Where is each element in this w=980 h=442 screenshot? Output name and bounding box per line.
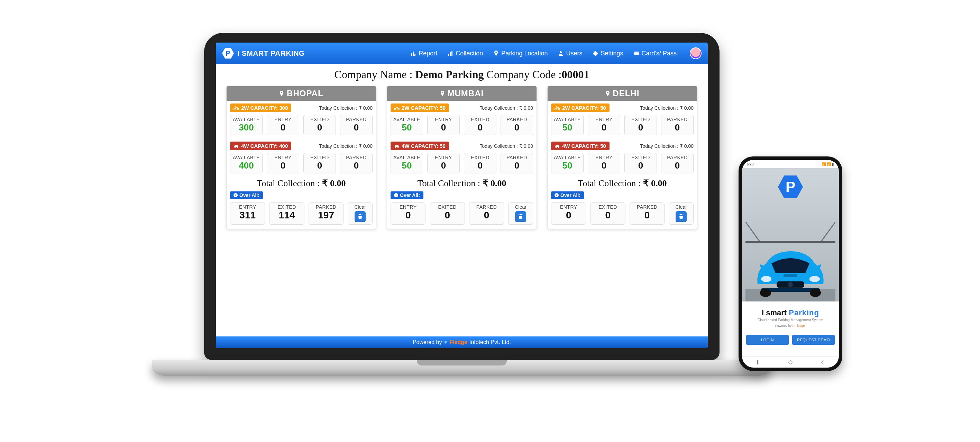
svg-point-24 xyxy=(558,147,559,147)
trash-icon xyxy=(518,214,523,219)
nav-settings-label: Settings xyxy=(601,50,623,57)
nav-settings[interactable]: Settings xyxy=(589,48,627,59)
overall-clear: Clear xyxy=(348,203,372,225)
nav-users[interactable]: Users xyxy=(555,48,585,59)
phone-login-button[interactable]: LOGIN xyxy=(746,335,789,345)
svg-rect-0 xyxy=(411,53,412,56)
brand[interactable]: P I SMART PARKING xyxy=(222,48,305,59)
stat-label: ENTRY xyxy=(391,204,425,210)
company-name-value: Demo Parking xyxy=(415,68,484,81)
stat-available: AVAILABLE50 xyxy=(551,115,584,135)
stat-value: 0 xyxy=(588,122,620,133)
phone-app-title: I smart Parking xyxy=(742,302,839,318)
phone-app-subtitle: Cloud based Parking Management System xyxy=(742,318,839,324)
clear-button[interactable] xyxy=(355,211,366,222)
stat-value: 114 xyxy=(269,210,304,221)
overall-badge: iOver All: xyxy=(551,191,584,199)
nav-collection[interactable]: Collection xyxy=(444,48,486,59)
laptop-lid: P I SMART PARKING Report Collection xyxy=(204,33,719,360)
phone-nav-recent-icon[interactable] xyxy=(756,360,761,365)
stat-parked: PARKED0 xyxy=(661,153,694,173)
clear-button[interactable] xyxy=(676,211,687,222)
overall-row: ENTRY311 EXITED114 PARKED197 Clear xyxy=(227,199,376,229)
phone-system-navbar xyxy=(742,356,839,368)
stat-label: PARKED xyxy=(340,155,372,160)
user-avatar[interactable] xyxy=(690,48,702,59)
car-icon xyxy=(234,144,239,148)
stat-label: PARKED xyxy=(630,204,664,210)
bar-chart-icon xyxy=(448,51,453,56)
nav-parking-location[interactable]: Parking Location xyxy=(490,48,551,59)
overall-row: ENTRY0 EXITED0 PARKED0 Clear xyxy=(547,199,697,229)
overall-exited: EXITED0 xyxy=(590,203,625,225)
overall-clear: Clear xyxy=(669,203,694,225)
svg-rect-1 xyxy=(413,51,414,56)
trash-icon xyxy=(357,214,363,219)
capacity-2w-badge: 2W CAPACITY: 50 xyxy=(391,104,449,112)
svg-point-6 xyxy=(560,51,562,53)
clear-label: Clear xyxy=(354,204,366,210)
spark-icon: ✸ xyxy=(444,340,447,345)
stat-label: PARKED xyxy=(340,116,372,122)
car-icon xyxy=(555,144,560,148)
stat-label: AVAILABLE xyxy=(231,155,262,160)
stat-label: ENTRY xyxy=(267,116,299,122)
svg-point-37 xyxy=(760,289,771,297)
stat-value: 300 xyxy=(231,122,262,133)
phone-hero: P xyxy=(742,168,839,302)
stat-label: PARKED xyxy=(501,116,533,122)
stat-available: AVAILABLE50 xyxy=(391,115,423,135)
overall-parked: PARKED0 xyxy=(469,203,504,225)
stat-available: AVAILABLE50 xyxy=(391,153,423,173)
phone-nav-back-icon[interactable] xyxy=(820,360,825,365)
capacity-4w-badge: 4W CAPACITY: 400 xyxy=(230,142,291,150)
stat-value: 0 xyxy=(267,160,299,171)
clear-label: Clear xyxy=(675,204,687,210)
stat-row: AVAILABLE50 ENTRY0 EXITED0 PARKED0 xyxy=(387,113,536,139)
stat-exited: EXITED0 xyxy=(303,153,336,173)
today-collection-4w: Today Collection : ₹ 0.00 xyxy=(319,143,372,149)
footer-brand: Fledge xyxy=(449,339,467,345)
nav-cards-pass[interactable]: Card's/ Pass xyxy=(630,48,680,59)
stat-value: 0 xyxy=(630,210,664,221)
footer-powered-by: Powered by xyxy=(413,339,442,345)
stat-value: 0 xyxy=(501,160,533,171)
brand-logo-icon: P xyxy=(222,48,234,59)
stat-label: EXITED xyxy=(464,116,496,122)
overall-badge: iOver All: xyxy=(391,191,423,199)
total-collection: Total Collection : ₹ 0.00 xyxy=(547,177,697,191)
stat-entry: ENTRY0 xyxy=(427,115,460,135)
capacity-row-2w: 2W CAPACITY: 50 Today Collection : ₹ 0.0… xyxy=(387,101,536,113)
stat-value: 50 xyxy=(551,122,583,133)
stat-available: AVAILABLE300 xyxy=(230,115,262,135)
stat-row: AVAILABLE50 ENTRY0 EXITED0 PARKED0 xyxy=(547,151,697,177)
locations-grid: BHOPAL 2W CAPACITY: 300 Today Collection… xyxy=(216,86,708,337)
today-collection-2w: Today Collection : ₹ 0.00 xyxy=(479,105,533,111)
location-header: BHOPAL xyxy=(227,86,376,101)
phone-nav-home-icon[interactable] xyxy=(788,360,793,365)
stat-row: AVAILABLE300 ENTRY0 EXITED0 PARKED0 xyxy=(227,113,376,139)
card-icon xyxy=(634,51,639,56)
clear-button[interactable] xyxy=(515,211,526,222)
nav-report[interactable]: Report xyxy=(407,48,441,59)
stat-value: 50 xyxy=(551,160,583,171)
laptop-base xyxy=(152,360,772,376)
stat-parked: PARKED0 xyxy=(501,153,533,173)
overall-badge: iOver All: xyxy=(230,191,263,199)
svg-point-36 xyxy=(810,276,820,282)
location-card: MUMBAI 2W CAPACITY: 50 Today Collection … xyxy=(387,86,537,229)
stat-label: ENTRY xyxy=(428,155,460,160)
stat-label: AVAILABLE xyxy=(231,116,262,122)
clear-label: Clear xyxy=(515,204,526,210)
bar-chart-icon xyxy=(410,51,416,56)
svg-point-33 xyxy=(788,282,793,287)
svg-point-23 xyxy=(555,147,557,147)
stat-label: EXITED xyxy=(430,204,464,210)
phone-request-demo-button[interactable]: REQUEST DEMO xyxy=(792,335,835,345)
svg-text:i: i xyxy=(396,193,397,197)
stat-row: AVAILABLE50 ENTRY0 EXITED0 PARKED0 xyxy=(387,151,536,177)
stat-label: ENTRY xyxy=(588,155,620,160)
motorbike-icon xyxy=(394,106,399,110)
stat-label: ENTRY xyxy=(428,116,460,122)
stat-label: PARKED xyxy=(662,116,693,122)
